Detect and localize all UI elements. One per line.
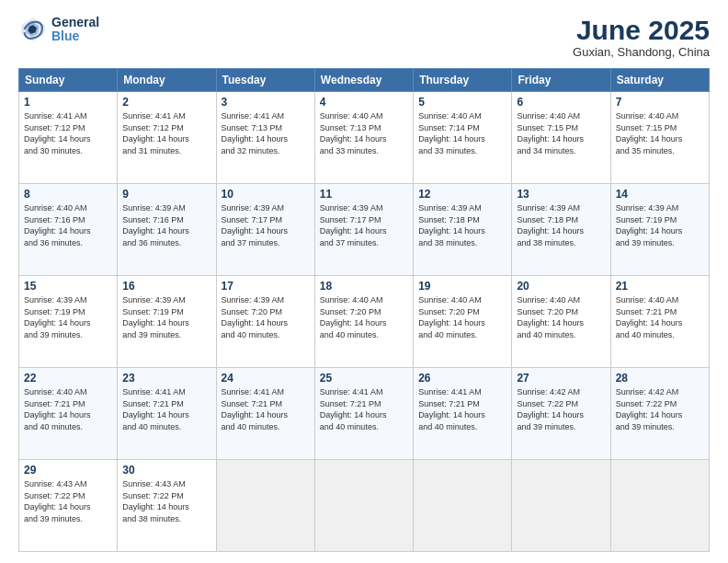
weekday-header-wednesday: Wednesday [314, 69, 413, 92]
day-number: 28 [616, 372, 704, 385]
day-number: 14 [616, 188, 704, 201]
day-number: 10 [222, 188, 310, 201]
page: General Blue June 2025 Guxian, Shandong,… [0, 0, 728, 563]
calendar-cell: 7Sunrise: 4:40 AMSunset: 7:15 PMDaylight… [610, 92, 709, 184]
calendar-cell: 24Sunrise: 4:41 AMSunset: 7:21 PMDayligh… [216, 368, 314, 460]
cell-info: Sunrise: 4:41 AMSunset: 7:12 PMDaylight:… [24, 110, 112, 156]
day-number: 22 [24, 372, 112, 385]
logo-icon [18, 15, 48, 44]
logo-general: General [51, 16, 99, 29]
weekday-header-tuesday: Tuesday [216, 69, 314, 92]
cell-info: Sunrise: 4:41 AMSunset: 7:12 PMDaylight:… [122, 110, 210, 156]
calendar-cell: 11Sunrise: 4:39 AMSunset: 7:17 PMDayligh… [314, 184, 413, 276]
calendar-cell: 26Sunrise: 4:41 AMSunset: 7:21 PMDayligh… [414, 368, 512, 460]
day-number: 25 [320, 372, 408, 385]
calendar-cell: 12Sunrise: 4:39 AMSunset: 7:18 PMDayligh… [414, 184, 512, 276]
cell-info: Sunrise: 4:41 AMSunset: 7:13 PMDaylight:… [222, 110, 310, 156]
day-number: 20 [517, 280, 605, 293]
calendar-week-row: 15Sunrise: 4:39 AMSunset: 7:19 PMDayligh… [19, 276, 710, 368]
cell-info: Sunrise: 4:42 AMSunset: 7:22 PMDaylight:… [517, 386, 605, 432]
cell-info: Sunrise: 4:39 AMSunset: 7:20 PMDaylight:… [222, 294, 310, 340]
day-number: 18 [320, 280, 408, 293]
day-number: 7 [616, 96, 704, 109]
cell-info: Sunrise: 4:40 AMSunset: 7:13 PMDaylight:… [320, 110, 408, 156]
cell-info: Sunrise: 4:39 AMSunset: 7:19 PMDaylight:… [24, 294, 112, 340]
calendar-cell [414, 460, 512, 552]
cell-info: Sunrise: 4:43 AMSunset: 7:22 PMDaylight:… [24, 478, 112, 524]
logo-blue: Blue [51, 29, 99, 43]
calendar-cell: 4Sunrise: 4:40 AMSunset: 7:13 PMDaylight… [314, 92, 413, 184]
calendar-cell: 1Sunrise: 4:41 AMSunset: 7:12 PMDaylight… [19, 92, 118, 184]
weekday-header-sunday: Sunday [19, 69, 118, 92]
cell-info: Sunrise: 4:39 AMSunset: 7:18 PMDaylight:… [418, 202, 506, 248]
cell-info: Sunrise: 4:40 AMSunset: 7:16 PMDaylight:… [24, 202, 112, 248]
calendar-cell: 6Sunrise: 4:40 AMSunset: 7:15 PMDaylight… [512, 92, 610, 184]
calendar-cell: 28Sunrise: 4:42 AMSunset: 7:22 PMDayligh… [610, 368, 709, 460]
cell-info: Sunrise: 4:40 AMSunset: 7:15 PMDaylight:… [517, 110, 605, 156]
weekday-header-friday: Friday [512, 69, 610, 92]
day-number: 19 [418, 280, 506, 293]
calendar-cell: 3Sunrise: 4:41 AMSunset: 7:13 PMDaylight… [216, 92, 314, 184]
day-number: 11 [320, 188, 408, 201]
calendar-cell: 14Sunrise: 4:39 AMSunset: 7:19 PMDayligh… [610, 184, 709, 276]
cell-info: Sunrise: 4:39 AMSunset: 7:16 PMDaylight:… [122, 202, 210, 248]
day-number: 16 [122, 280, 210, 293]
calendar-cell: 13Sunrise: 4:39 AMSunset: 7:18 PMDayligh… [512, 184, 610, 276]
calendar-table: SundayMondayTuesdayWednesdayThursdayFrid… [18, 68, 710, 552]
day-number: 6 [517, 96, 605, 109]
month-title: June 2025 [573, 15, 710, 45]
calendar-week-row: 29Sunrise: 4:43 AMSunset: 7:22 PMDayligh… [19, 460, 710, 552]
cell-info: Sunrise: 4:40 AMSunset: 7:20 PMDaylight:… [418, 294, 506, 340]
calendar-week-row: 1Sunrise: 4:41 AMSunset: 7:12 PMDaylight… [19, 92, 710, 184]
calendar-cell: 29Sunrise: 4:43 AMSunset: 7:22 PMDayligh… [19, 460, 118, 552]
cell-info: Sunrise: 4:39 AMSunset: 7:19 PMDaylight:… [616, 202, 704, 248]
day-number: 13 [517, 188, 605, 201]
calendar-cell: 17Sunrise: 4:39 AMSunset: 7:20 PMDayligh… [216, 276, 314, 368]
calendar-cell: 8Sunrise: 4:40 AMSunset: 7:16 PMDaylight… [19, 184, 118, 276]
cell-info: Sunrise: 4:40 AMSunset: 7:20 PMDaylight:… [517, 294, 605, 340]
calendar-cell [512, 460, 610, 552]
calendar-cell: 18Sunrise: 4:40 AMSunset: 7:20 PMDayligh… [314, 276, 413, 368]
cell-info: Sunrise: 4:41 AMSunset: 7:21 PMDaylight:… [418, 386, 506, 432]
calendar-week-row: 8Sunrise: 4:40 AMSunset: 7:16 PMDaylight… [19, 184, 710, 276]
weekday-header-monday: Monday [118, 69, 216, 92]
calendar-week-row: 22Sunrise: 4:40 AMSunset: 7:21 PMDayligh… [19, 368, 710, 460]
calendar-cell: 22Sunrise: 4:40 AMSunset: 7:21 PMDayligh… [19, 368, 118, 460]
cell-info: Sunrise: 4:39 AMSunset: 7:17 PMDaylight:… [222, 202, 310, 248]
day-number: 24 [222, 372, 310, 385]
day-number: 5 [418, 96, 506, 109]
cell-info: Sunrise: 4:40 AMSunset: 7:21 PMDaylight:… [24, 386, 112, 432]
day-number: 12 [418, 188, 506, 201]
calendar-cell: 27Sunrise: 4:42 AMSunset: 7:22 PMDayligh… [512, 368, 610, 460]
calendar-cell: 30Sunrise: 4:43 AMSunset: 7:22 PMDayligh… [118, 460, 216, 552]
day-number: 21 [616, 280, 704, 293]
cell-info: Sunrise: 4:39 AMSunset: 7:18 PMDaylight:… [517, 202, 605, 248]
day-number: 23 [122, 372, 210, 385]
day-number: 30 [122, 464, 210, 477]
calendar-cell: 19Sunrise: 4:40 AMSunset: 7:20 PMDayligh… [414, 276, 512, 368]
cell-info: Sunrise: 4:42 AMSunset: 7:22 PMDaylight:… [616, 386, 704, 432]
calendar-cell [610, 460, 709, 552]
day-number: 26 [418, 372, 506, 385]
calendar-cell: 9Sunrise: 4:39 AMSunset: 7:16 PMDaylight… [118, 184, 216, 276]
weekday-header-thursday: Thursday [414, 69, 512, 92]
day-number: 29 [24, 464, 112, 477]
subtitle: Guxian, Shandong, China [573, 45, 710, 59]
calendar-cell: 2Sunrise: 4:41 AMSunset: 7:12 PMDaylight… [118, 92, 216, 184]
day-number: 1 [24, 96, 112, 109]
cell-info: Sunrise: 4:39 AMSunset: 7:17 PMDaylight:… [320, 202, 408, 248]
cell-info: Sunrise: 4:39 AMSunset: 7:19 PMDaylight:… [122, 294, 210, 340]
day-number: 15 [24, 280, 112, 293]
cell-info: Sunrise: 4:40 AMSunset: 7:21 PMDaylight:… [616, 294, 704, 340]
cell-info: Sunrise: 4:40 AMSunset: 7:14 PMDaylight:… [418, 110, 506, 156]
calendar-cell: 10Sunrise: 4:39 AMSunset: 7:17 PMDayligh… [216, 184, 314, 276]
day-number: 2 [122, 96, 210, 109]
cell-info: Sunrise: 4:41 AMSunset: 7:21 PMDaylight:… [122, 386, 210, 432]
calendar-cell [216, 460, 314, 552]
day-number: 17 [222, 280, 310, 293]
day-number: 3 [222, 96, 310, 109]
calendar-cell: 15Sunrise: 4:39 AMSunset: 7:19 PMDayligh… [19, 276, 118, 368]
weekday-header-saturday: Saturday [610, 69, 709, 92]
calendar-cell: 21Sunrise: 4:40 AMSunset: 7:21 PMDayligh… [610, 276, 709, 368]
cell-info: Sunrise: 4:40 AMSunset: 7:20 PMDaylight:… [320, 294, 408, 340]
